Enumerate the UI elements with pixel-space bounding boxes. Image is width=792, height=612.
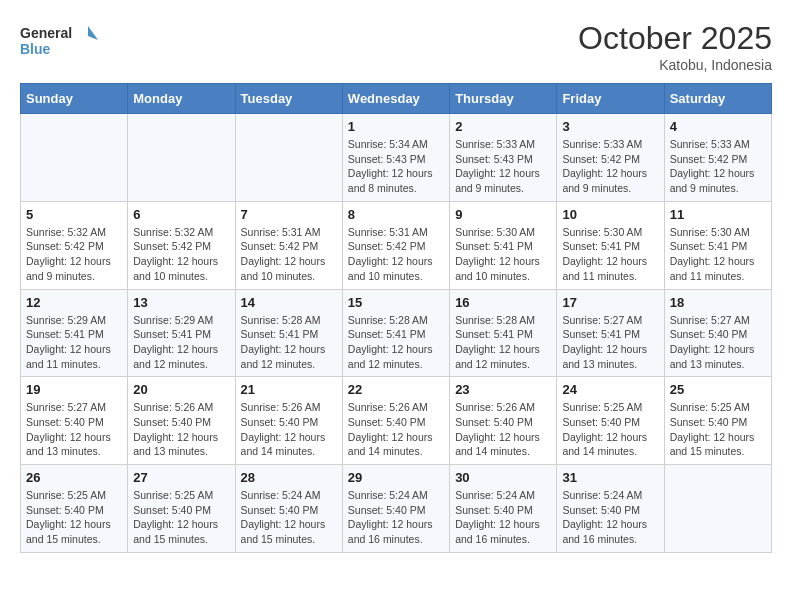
day-number: 24 <box>562 382 658 397</box>
day-info: Sunrise: 5:31 AM Sunset: 5:42 PM Dayligh… <box>348 225 444 284</box>
day-info: Sunrise: 5:26 AM Sunset: 5:40 PM Dayligh… <box>348 400 444 459</box>
day-info: Sunrise: 5:24 AM Sunset: 5:40 PM Dayligh… <box>562 488 658 547</box>
day-number: 4 <box>670 119 766 134</box>
day-number: 23 <box>455 382 551 397</box>
calendar-cell: 27Sunrise: 5:25 AM Sunset: 5:40 PM Dayli… <box>128 465 235 553</box>
day-info: Sunrise: 5:34 AM Sunset: 5:43 PM Dayligh… <box>348 137 444 196</box>
day-number: 7 <box>241 207 337 222</box>
day-info: Sunrise: 5:29 AM Sunset: 5:41 PM Dayligh… <box>26 313 122 372</box>
calendar-cell: 17Sunrise: 5:27 AM Sunset: 5:41 PM Dayli… <box>557 289 664 377</box>
day-number: 31 <box>562 470 658 485</box>
calendar-cell: 22Sunrise: 5:26 AM Sunset: 5:40 PM Dayli… <box>342 377 449 465</box>
day-number: 26 <box>26 470 122 485</box>
calendar-row-3: 19Sunrise: 5:27 AM Sunset: 5:40 PM Dayli… <box>21 377 772 465</box>
day-number: 8 <box>348 207 444 222</box>
weekday-header-row: SundayMondayTuesdayWednesdayThursdayFrid… <box>21 84 772 114</box>
day-number: 9 <box>455 207 551 222</box>
day-info: Sunrise: 5:32 AM Sunset: 5:42 PM Dayligh… <box>133 225 229 284</box>
day-number: 30 <box>455 470 551 485</box>
day-info: Sunrise: 5:25 AM Sunset: 5:40 PM Dayligh… <box>26 488 122 547</box>
day-info: Sunrise: 5:30 AM Sunset: 5:41 PM Dayligh… <box>562 225 658 284</box>
day-info: Sunrise: 5:24 AM Sunset: 5:40 PM Dayligh… <box>455 488 551 547</box>
day-info: Sunrise: 5:33 AM Sunset: 5:42 PM Dayligh… <box>562 137 658 196</box>
month-title: October 2025 <box>578 20 772 57</box>
calendar-cell: 13Sunrise: 5:29 AM Sunset: 5:41 PM Dayli… <box>128 289 235 377</box>
calendar-cell <box>21 114 128 202</box>
calendar-cell: 30Sunrise: 5:24 AM Sunset: 5:40 PM Dayli… <box>450 465 557 553</box>
day-info: Sunrise: 5:33 AM Sunset: 5:42 PM Dayligh… <box>670 137 766 196</box>
calendar-cell: 7Sunrise: 5:31 AM Sunset: 5:42 PM Daylig… <box>235 201 342 289</box>
day-info: Sunrise: 5:30 AM Sunset: 5:41 PM Dayligh… <box>455 225 551 284</box>
calendar-cell: 19Sunrise: 5:27 AM Sunset: 5:40 PM Dayli… <box>21 377 128 465</box>
weekday-header-sunday: Sunday <box>21 84 128 114</box>
day-info: Sunrise: 5:24 AM Sunset: 5:40 PM Dayligh… <box>348 488 444 547</box>
calendar-row-2: 12Sunrise: 5:29 AM Sunset: 5:41 PM Dayli… <box>21 289 772 377</box>
calendar-cell: 29Sunrise: 5:24 AM Sunset: 5:40 PM Dayli… <box>342 465 449 553</box>
day-info: Sunrise: 5:25 AM Sunset: 5:40 PM Dayligh… <box>670 400 766 459</box>
day-number: 14 <box>241 295 337 310</box>
day-number: 29 <box>348 470 444 485</box>
svg-marker-2 <box>88 26 98 40</box>
day-info: Sunrise: 5:28 AM Sunset: 5:41 PM Dayligh… <box>241 313 337 372</box>
logo: General Blue <box>20 20 100 65</box>
day-info: Sunrise: 5:25 AM Sunset: 5:40 PM Dayligh… <box>562 400 658 459</box>
day-info: Sunrise: 5:29 AM Sunset: 5:41 PM Dayligh… <box>133 313 229 372</box>
calendar-cell: 6Sunrise: 5:32 AM Sunset: 5:42 PM Daylig… <box>128 201 235 289</box>
day-number: 28 <box>241 470 337 485</box>
calendar-cell: 8Sunrise: 5:31 AM Sunset: 5:42 PM Daylig… <box>342 201 449 289</box>
day-number: 12 <box>26 295 122 310</box>
day-number: 21 <box>241 382 337 397</box>
day-info: Sunrise: 5:26 AM Sunset: 5:40 PM Dayligh… <box>133 400 229 459</box>
calendar-row-0: 1Sunrise: 5:34 AM Sunset: 5:43 PM Daylig… <box>21 114 772 202</box>
calendar-cell <box>235 114 342 202</box>
day-number: 5 <box>26 207 122 222</box>
calendar-cell <box>664 465 771 553</box>
day-number: 13 <box>133 295 229 310</box>
calendar-cell: 3Sunrise: 5:33 AM Sunset: 5:42 PM Daylig… <box>557 114 664 202</box>
weekday-header-thursday: Thursday <box>450 84 557 114</box>
logo-svg: General Blue <box>20 20 100 65</box>
day-number: 15 <box>348 295 444 310</box>
calendar-cell: 5Sunrise: 5:32 AM Sunset: 5:42 PM Daylig… <box>21 201 128 289</box>
calendar-cell <box>128 114 235 202</box>
calendar-cell: 23Sunrise: 5:26 AM Sunset: 5:40 PM Dayli… <box>450 377 557 465</box>
calendar-cell: 15Sunrise: 5:28 AM Sunset: 5:41 PM Dayli… <box>342 289 449 377</box>
day-number: 10 <box>562 207 658 222</box>
calendar-cell: 14Sunrise: 5:28 AM Sunset: 5:41 PM Dayli… <box>235 289 342 377</box>
location-label: Katobu, Indonesia <box>578 57 772 73</box>
day-info: Sunrise: 5:26 AM Sunset: 5:40 PM Dayligh… <box>455 400 551 459</box>
calendar-cell: 20Sunrise: 5:26 AM Sunset: 5:40 PM Dayli… <box>128 377 235 465</box>
day-number: 20 <box>133 382 229 397</box>
day-info: Sunrise: 5:33 AM Sunset: 5:43 PM Dayligh… <box>455 137 551 196</box>
weekday-header-tuesday: Tuesday <box>235 84 342 114</box>
day-number: 19 <box>26 382 122 397</box>
day-info: Sunrise: 5:25 AM Sunset: 5:40 PM Dayligh… <box>133 488 229 547</box>
calendar-cell: 31Sunrise: 5:24 AM Sunset: 5:40 PM Dayli… <box>557 465 664 553</box>
day-info: Sunrise: 5:27 AM Sunset: 5:41 PM Dayligh… <box>562 313 658 372</box>
calendar-cell: 25Sunrise: 5:25 AM Sunset: 5:40 PM Dayli… <box>664 377 771 465</box>
weekday-header-wednesday: Wednesday <box>342 84 449 114</box>
svg-text:General: General <box>20 25 72 41</box>
weekday-header-friday: Friday <box>557 84 664 114</box>
calendar-cell: 9Sunrise: 5:30 AM Sunset: 5:41 PM Daylig… <box>450 201 557 289</box>
day-number: 16 <box>455 295 551 310</box>
day-number: 2 <box>455 119 551 134</box>
day-info: Sunrise: 5:26 AM Sunset: 5:40 PM Dayligh… <box>241 400 337 459</box>
day-info: Sunrise: 5:28 AM Sunset: 5:41 PM Dayligh… <box>348 313 444 372</box>
day-number: 18 <box>670 295 766 310</box>
calendar-cell: 16Sunrise: 5:28 AM Sunset: 5:41 PM Dayli… <box>450 289 557 377</box>
calendar-cell: 11Sunrise: 5:30 AM Sunset: 5:41 PM Dayli… <box>664 201 771 289</box>
calendar-row-4: 26Sunrise: 5:25 AM Sunset: 5:40 PM Dayli… <box>21 465 772 553</box>
day-number: 1 <box>348 119 444 134</box>
day-number: 17 <box>562 295 658 310</box>
day-number: 11 <box>670 207 766 222</box>
weekday-header-saturday: Saturday <box>664 84 771 114</box>
day-info: Sunrise: 5:27 AM Sunset: 5:40 PM Dayligh… <box>26 400 122 459</box>
day-info: Sunrise: 5:28 AM Sunset: 5:41 PM Dayligh… <box>455 313 551 372</box>
calendar-cell: 21Sunrise: 5:26 AM Sunset: 5:40 PM Dayli… <box>235 377 342 465</box>
svg-text:Blue: Blue <box>20 41 51 57</box>
calendar-cell: 10Sunrise: 5:30 AM Sunset: 5:41 PM Dayli… <box>557 201 664 289</box>
day-info: Sunrise: 5:24 AM Sunset: 5:40 PM Dayligh… <box>241 488 337 547</box>
day-info: Sunrise: 5:31 AM Sunset: 5:42 PM Dayligh… <box>241 225 337 284</box>
calendar-cell: 26Sunrise: 5:25 AM Sunset: 5:40 PM Dayli… <box>21 465 128 553</box>
